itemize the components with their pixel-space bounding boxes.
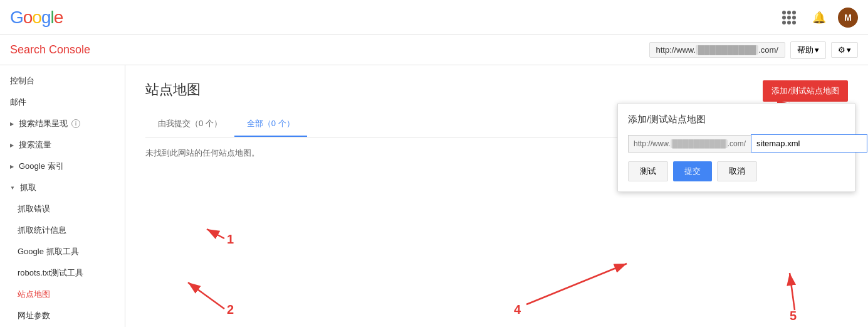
dialog-url-prefix: http://www.██████████.com/	[628, 135, 751, 153]
sidebar-item-search-traffic[interactable]: 搜索流量	[0, 134, 125, 156]
sidebar-item-robots[interactable]: robots.txt测试工具	[0, 262, 125, 284]
content-area: 站点地图 由我提交（0 个） 全部（0 个） 未找到此网站的任何站点地图。 添加…	[125, 65, 868, 327]
dialog-input-row: http://www.██████████.com/	[628, 134, 845, 153]
help-button[interactable]: 帮助 ▾	[790, 41, 826, 59]
sidebar-item-crawl-stats[interactable]: 抓取统计信息	[0, 220, 125, 241]
avatar[interactable]: M	[838, 8, 858, 28]
topbar-left: Google	[10, 8, 63, 28]
dialog-buttons: 测试 提交 取消	[628, 161, 845, 181]
svg-line-10	[790, 273, 795, 310]
grid-menu-icon[interactable]	[778, 6, 800, 29]
dialog-title: 添加/测试站点地图	[628, 114, 845, 126]
settings-button[interactable]: ⚙ ▾	[831, 42, 858, 58]
page-title: 站点地图	[145, 80, 848, 99]
gear-icon: ⚙	[838, 45, 845, 55]
main-layout: 控制台 邮件 搜索结果呈现 i 搜索流量 Google 索引 抓取 抓取错误 抓…	[0, 65, 868, 327]
sidebar: 控制台 邮件 搜索结果呈现 i 搜索流量 Google 索引 抓取 抓取错误 抓…	[0, 65, 125, 327]
test-button[interactable]: 测试	[628, 161, 668, 181]
dialog: 添加/测试站点地图 http://www.██████████.com/ 测试 …	[617, 103, 855, 192]
sidebar-item-url-params[interactable]: 网址参数	[0, 305, 125, 326]
svg-text:4: 4	[514, 303, 521, 316]
svg-text:1: 1	[227, 232, 234, 246]
topbar: Google 🔔 M	[0, 0, 868, 35]
svg-line-4	[188, 282, 224, 309]
notifications-icon[interactable]: 🔔	[808, 6, 830, 29]
svg-line-2	[207, 229, 224, 239]
add-sitemap-button[interactable]: 添加/测试站点地图	[763, 80, 848, 102]
sidebar-item-mail[interactable]: 邮件	[0, 92, 125, 113]
secondbar-right: http://www.██████████.com/ 帮助 ▾ ⚙ ▾	[649, 41, 858, 59]
tab-submitted[interactable]: 由我提交（0 个）	[145, 112, 234, 137]
info-icon: i	[71, 119, 80, 128]
topbar-right: 🔔 M	[778, 6, 858, 29]
sitemap-input[interactable]	[751, 134, 867, 153]
search-console-title: Search Console	[10, 43, 90, 56]
sidebar-item-fetch-google[interactable]: Google 抓取工具	[0, 241, 125, 262]
svg-text:2: 2	[227, 303, 234, 316]
tab-all[interactable]: 全部（0 个）	[234, 112, 307, 137]
svg-line-8	[526, 264, 627, 304]
url-display: http://www.██████████.com/	[649, 42, 785, 58]
submit-button[interactable]: 提交	[673, 161, 712, 181]
sidebar-item-google-index[interactable]: Google 索引	[0, 156, 125, 177]
google-logo: Google	[10, 8, 63, 28]
sidebar-item-sitemaps[interactable]: 站点地图	[0, 284, 125, 305]
sidebar-item-crawl-errors[interactable]: 抓取错误	[0, 198, 125, 220]
sidebar-item-search-appearance[interactable]: 搜索结果呈现 i	[0, 113, 125, 134]
sidebar-item-crawl[interactable]: 抓取	[0, 177, 125, 198]
sidebar-item-dashboard[interactable]: 控制台	[0, 70, 125, 92]
secondbar: Search Console http://www.██████████.com…	[0, 35, 868, 65]
cancel-button[interactable]: 取消	[717, 161, 757, 181]
svg-text:5: 5	[790, 309, 797, 323]
